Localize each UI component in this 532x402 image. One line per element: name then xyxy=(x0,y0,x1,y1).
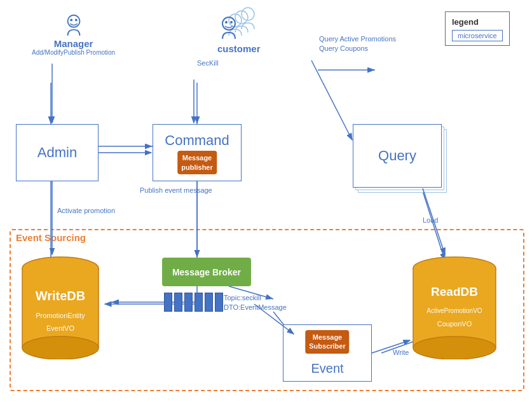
publish-event-label: Publish event message xyxy=(140,186,212,194)
broker-label: Message Broker xyxy=(172,267,241,277)
svg-text:ReadDB: ReadDB xyxy=(431,285,478,298)
legend-title: legend xyxy=(452,17,479,27)
event-box-container: Message Subscriber Event xyxy=(283,324,372,382)
queue-bar-6 xyxy=(215,293,223,312)
svg-text:PromotionEntity: PromotionEntity xyxy=(36,312,85,319)
queue-bar-2 xyxy=(174,293,182,312)
manager-sublabel: Add/ModifyPublish Promotion xyxy=(32,49,115,56)
svg-text:EventVO: EventVO xyxy=(46,324,74,332)
svg-point-35 xyxy=(413,336,496,359)
message-broker: Message Broker xyxy=(162,258,251,286)
legend-box: legend microservice xyxy=(445,11,510,46)
svg-point-15 xyxy=(70,19,72,22)
legend-item: microservice xyxy=(452,30,503,41)
queue-bar-5 xyxy=(205,293,213,312)
write-db-shape: WriteDB PromotionEntity EventVO xyxy=(19,254,102,359)
query-coupons-label: Query Coupons xyxy=(319,45,368,52)
write-db: WriteDB PromotionEntity EventVO xyxy=(19,254,102,362)
event-sourcing-label: Event Sourcing xyxy=(16,232,86,243)
svg-point-21 xyxy=(225,21,228,24)
query-active-label: Query Active Promotions xyxy=(319,35,396,43)
message-subscriber-badge: Message Subscriber xyxy=(305,330,349,354)
svg-point-16 xyxy=(74,19,77,22)
command-service: Command Message publisher xyxy=(153,124,242,181)
activate-promotion-label: Activate promotion xyxy=(57,207,115,214)
query-front: Query xyxy=(353,124,442,188)
svg-text:CouponVO: CouponVO xyxy=(437,320,472,328)
load-label: Load xyxy=(423,216,438,224)
read-db-shape: ReadDB ActivePromotionVO CouponVO xyxy=(410,254,499,359)
admin-label: Admin xyxy=(38,144,77,161)
manager-label: Manager xyxy=(54,38,93,49)
customer-label: customer xyxy=(217,43,261,54)
svg-text:ActivePromotionVO: ActivePromotionVO xyxy=(426,307,482,314)
queue-bar-1 xyxy=(164,293,172,312)
manager-icon xyxy=(62,13,86,37)
message-publisher-badge: Message publisher xyxy=(177,151,217,174)
dto-label: DTO:EventMessage xyxy=(224,303,287,311)
event-label: Event xyxy=(311,361,343,376)
event-service: Message Subscriber Event xyxy=(283,324,372,382)
query-label: Query xyxy=(378,148,416,164)
diagram: Manager Add/ModifyPublish Promotion cust… xyxy=(0,0,532,402)
svg-point-27 xyxy=(22,336,99,359)
queue-bar-4 xyxy=(194,293,203,312)
actor-manager: Manager Add/ModifyPublish Promotion xyxy=(32,13,115,56)
queue-icon xyxy=(164,293,223,312)
read-db: ReadDB ActivePromotionVO CouponVO xyxy=(410,254,499,362)
svg-text:WriteDB: WriteDB xyxy=(36,289,86,303)
seckill-label: SecKill xyxy=(197,59,219,67)
svg-point-22 xyxy=(230,21,233,24)
legend-ms-label: microservice xyxy=(452,30,503,41)
queue-bar-3 xyxy=(184,293,193,312)
command-label: Command xyxy=(165,132,229,149)
admin-service: Admin xyxy=(16,124,99,181)
customer-icon-front xyxy=(216,15,242,40)
svg-line-43 xyxy=(311,60,352,140)
topic-label: Topic:seckill xyxy=(224,294,261,302)
